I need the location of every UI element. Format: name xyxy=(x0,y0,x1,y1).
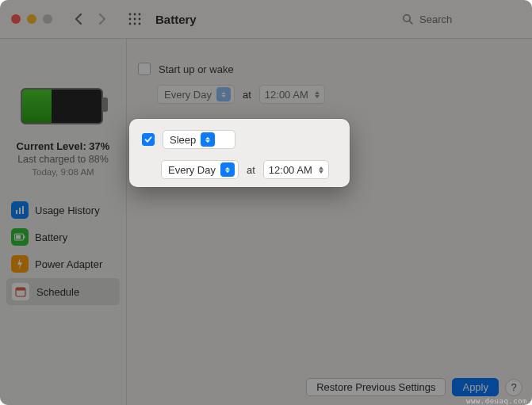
content-area: Start up or wake Every Day at 12:00 AM R… xyxy=(127,39,532,405)
svg-point-5 xyxy=(139,18,141,21)
svg-rect-12 xyxy=(19,208,21,214)
svg-point-2 xyxy=(139,13,141,16)
titlebar: Battery xyxy=(0,0,532,39)
last-charged-time: Today, 9:08 AM xyxy=(3,167,123,177)
watermark: www.deuaq.com xyxy=(466,397,527,405)
sidebar-item-usage-history[interactable]: Usage History xyxy=(6,197,120,223)
svg-point-1 xyxy=(134,13,136,16)
time-stepper-icon[interactable] xyxy=(312,86,323,102)
sidebar-item-label: Battery xyxy=(35,231,67,243)
chevron-updown-icon xyxy=(220,162,235,177)
sidebar: Current Level: 37% Last charged to 88% T… xyxy=(0,39,127,405)
close-window-button[interactable] xyxy=(11,14,21,24)
sleep-checkbox[interactable] xyxy=(142,133,155,146)
svg-rect-13 xyxy=(22,206,24,214)
sidebar-item-label: Schedule xyxy=(36,286,79,298)
sleep-action-value: Sleep xyxy=(170,134,196,146)
startup-time-value: 12:00 AM xyxy=(265,89,308,101)
chevron-updown-icon xyxy=(201,132,215,147)
svg-point-3 xyxy=(129,18,132,21)
apply-button[interactable]: Apply xyxy=(452,378,499,396)
sleep-action-select[interactable]: Sleep xyxy=(163,130,235,149)
svg-rect-18 xyxy=(16,288,25,291)
startup-frequency-value: Every Day xyxy=(164,89,212,101)
sidebar-item-power-adapter[interactable]: Power Adapter xyxy=(6,251,120,277)
svg-point-8 xyxy=(139,23,141,25)
usage-history-icon xyxy=(11,201,29,219)
schedule-sleep-panel: Sleep Every Day at 12:00 AM xyxy=(129,119,350,187)
svg-point-7 xyxy=(134,23,136,25)
restore-previous-button[interactable]: Restore Previous Settings xyxy=(306,378,446,396)
battery-icon xyxy=(11,228,29,246)
startup-time-field[interactable]: 12:00 AM xyxy=(259,85,325,104)
schedule-icon xyxy=(11,282,30,301)
sleep-time-field[interactable]: 12:00 AM xyxy=(263,160,329,179)
window-controls xyxy=(11,14,52,24)
svg-point-0 xyxy=(129,13,132,16)
help-button[interactable]: ? xyxy=(505,379,522,396)
at-label: at xyxy=(247,164,255,176)
sidebar-item-battery[interactable]: Battery xyxy=(6,224,120,250)
forward-button[interactable] xyxy=(94,10,111,28)
sidebar-item-label: Usage History xyxy=(35,204,100,216)
startup-frequency-select[interactable]: Every Day xyxy=(157,85,235,104)
minimize-window-button[interactable] xyxy=(27,14,36,24)
at-label: at xyxy=(243,89,251,101)
battery-graphic xyxy=(21,83,106,126)
search-icon xyxy=(402,13,413,25)
svg-line-10 xyxy=(409,21,412,24)
sleep-frequency-select[interactable]: Every Day xyxy=(161,160,239,179)
time-stepper-icon[interactable] xyxy=(316,162,327,178)
startup-wake-controls: Every Day at 12:00 AM xyxy=(157,85,325,104)
show-all-prefs-button[interactable] xyxy=(127,11,143,27)
back-button[interactable] xyxy=(70,10,87,28)
startup-wake-row: Start up or wake xyxy=(138,63,234,75)
search-field[interactable] xyxy=(402,13,521,26)
power-adapter-icon xyxy=(11,255,29,273)
chevron-updown-icon xyxy=(216,87,231,101)
current-level-label: Current Level: 37% xyxy=(3,140,123,152)
sidebar-item-label: Power Adapter xyxy=(35,258,102,270)
disabled-zoom-button xyxy=(43,14,52,24)
sidebar-item-schedule[interactable]: Schedule xyxy=(6,278,120,305)
svg-rect-15 xyxy=(24,235,25,239)
startup-wake-checkbox[interactable] xyxy=(138,63,151,75)
last-charged-label: Last charged to 88% xyxy=(3,154,123,165)
svg-point-6 xyxy=(129,23,132,25)
search-input[interactable] xyxy=(418,13,508,26)
sleep-frequency-value: Every Day xyxy=(168,164,216,176)
svg-point-4 xyxy=(134,18,136,21)
svg-rect-16 xyxy=(16,235,21,239)
startup-wake-label: Start up or wake xyxy=(159,63,234,75)
pane-title: Battery xyxy=(155,13,197,26)
svg-rect-11 xyxy=(16,210,17,214)
sleep-time-value: 12:00 AM xyxy=(269,164,312,176)
